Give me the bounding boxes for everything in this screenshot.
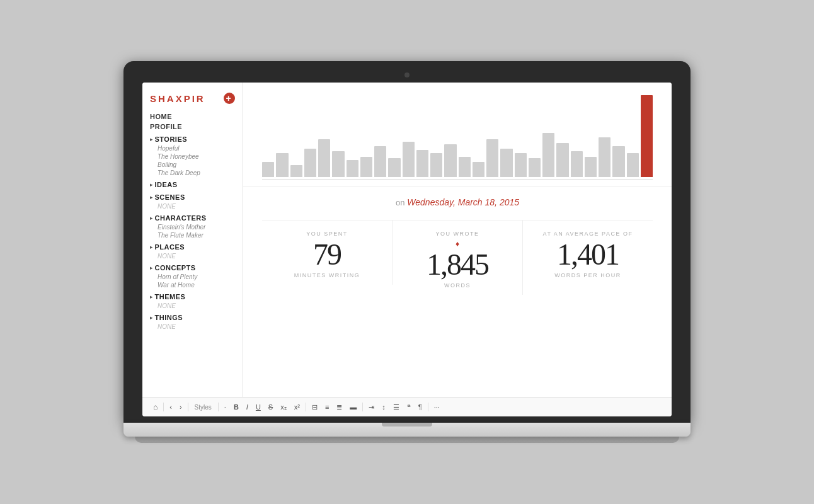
chart-bar-10[interactable] (403, 142, 415, 177)
stats-grid: YOU SPENT 79 MINUTES WRITING YOU WROTE ♦… (262, 220, 653, 295)
places-none: NONE (150, 252, 235, 260)
stat-minutes-unit: MINUTES WRITING (268, 272, 386, 278)
nav-boiling[interactable]: Boiling (150, 161, 235, 169)
nav-themes[interactable]: ▸ THEMES (150, 292, 235, 302)
nav-concepts[interactable]: ▸ CONCEPTS (150, 263, 235, 273)
list-button[interactable]: ☰ (391, 402, 401, 413)
chart-bar-12[interactable] (430, 153, 442, 177)
chart-bar-22[interactable] (571, 151, 583, 177)
chart-bar-16[interactable] (486, 139, 498, 177)
nav-profile[interactable]: PROFILE (150, 122, 235, 132)
nav-flute-maker[interactable]: The Flute Maker (150, 231, 235, 239)
stat-minutes: YOU SPENT 79 MINUTES WRITING (262, 220, 393, 285)
nav-places[interactable]: ▸ PLACES (150, 242, 235, 252)
ideas-arrow: ▸ (150, 182, 153, 188)
chart-bar-13[interactable] (444, 144, 456, 177)
stat-pace-label: AT AN AVERAGE PACE OF (529, 231, 646, 237)
laptop: SHAXPIR + HOME PROFILE ▸ STORIES Hopeful… (123, 61, 691, 443)
nav-characters[interactable]: ▸ CHARACTERS (150, 213, 235, 223)
stats-date: on Wednesday, March 18, 2015 (262, 197, 653, 207)
paragraph-button[interactable]: ¶ (416, 402, 424, 412)
quote-button[interactable]: ❝ (405, 402, 413, 413)
align-right-button[interactable]: ▬ (348, 402, 358, 412)
chart-bar-20[interactable] (542, 133, 554, 177)
italic-button[interactable]: I (244, 402, 250, 412)
chart-bar-24[interactable] (599, 137, 610, 177)
sidebar-logo: SHAXPIR + (150, 93, 235, 104)
chart-bar-11[interactable] (416, 150, 428, 177)
strikethrough-button[interactable]: S (267, 402, 275, 412)
add-button[interactable]: + (224, 93, 235, 104)
camera (404, 72, 410, 77)
nav-hopeful[interactable]: Hopeful (150, 144, 235, 152)
chart-bar-21[interactable] (556, 143, 568, 177)
chart-bar-6[interactable] (347, 160, 358, 177)
chart-bar-15[interactable] (473, 162, 484, 177)
toolbar-sep-1 (163, 403, 164, 411)
stat-pace: AT AN AVERAGE PACE OF 1,401 WORDS PER HO… (523, 220, 653, 285)
underline-button[interactable]: U (254, 402, 263, 412)
bold-button[interactable]: B (232, 402, 241, 412)
chart-bar-17[interactable] (500, 149, 512, 178)
nav-war-at-home[interactable]: War at Home (150, 281, 235, 289)
more-button[interactable]: ··· (432, 402, 442, 412)
home-icon[interactable]: ⌂ (151, 401, 159, 413)
align-center-button[interactable]: ≣ (335, 402, 344, 413)
nav-horn-of-plenty[interactable]: Horn of Plenty (150, 273, 235, 281)
chart-bar-1[interactable] (276, 153, 288, 177)
chart-bar-7[interactable] (360, 157, 372, 178)
characters-arrow: ▸ (150, 215, 153, 221)
app-body: SHAXPIR + HOME PROFILE ▸ STORIES Hopeful… (142, 83, 672, 397)
line-height-button[interactable]: ↕ (380, 402, 387, 412)
toolbar: ⌂ ‹ › Styles · B I U S x₂ x² ⊟ ≡ ≣ ▬ (142, 397, 672, 416)
nav-einsteins-mother[interactable]: Einstein's Mother (150, 223, 235, 231)
chart-bar-0[interactable] (262, 162, 274, 177)
themes-none: NONE (150, 302, 235, 310)
chart-bar-23[interactable] (585, 157, 597, 178)
stat-minutes-label: YOU SPENT (268, 231, 386, 237)
concepts-arrow: ▸ (150, 265, 153, 271)
chart-bar-19[interactable] (529, 158, 541, 177)
scenes-arrow: ▸ (150, 195, 153, 200)
forward-button[interactable]: › (178, 402, 184, 412)
nav-things[interactable]: ▸ THINGS (150, 312, 235, 323)
indent-left-button[interactable]: ⊟ (310, 402, 319, 413)
screen: SHAXPIR + HOME PROFILE ▸ STORIES Hopeful… (142, 83, 672, 416)
chart-bar-26[interactable] (627, 153, 639, 177)
nav-dark-deep[interactable]: The Dark Deep (150, 169, 235, 177)
back-button[interactable]: ‹ (168, 402, 174, 412)
chart-bar-5[interactable] (332, 151, 344, 177)
stats-area: on Wednesday, March 18, 2015 YOU SPENT 7… (243, 187, 672, 397)
laptop-base (123, 423, 691, 437)
chart-bar-3[interactable] (304, 149, 316, 178)
nav-ideas[interactable]: ▸ IDEAS (150, 180, 235, 190)
tab-button[interactable]: ⇥ (367, 402, 376, 413)
styles-dropdown[interactable]: Styles (192, 404, 214, 411)
nav-home[interactable]: HOME (150, 112, 235, 122)
superscript-button[interactable]: x² (292, 402, 302, 412)
chart-bar-4[interactable] (318, 139, 330, 177)
places-arrow: ▸ (150, 244, 153, 250)
chart-bar-14[interactable] (459, 157, 471, 178)
toolbar-sep-2 (188, 403, 188, 411)
chart-bar-8[interactable] (374, 146, 386, 177)
chart-bar-25[interactable] (612, 146, 624, 177)
main-content: ♦ on Wednesday, March 18, 2015 YOU SPENT (243, 83, 672, 397)
laptop-hinge (382, 423, 432, 427)
subscript-button[interactable]: x₂ (278, 402, 289, 413)
toolbar-sep-3 (218, 403, 219, 411)
nav-stories[interactable]: ▸ STORIES (150, 134, 235, 144)
chart-bar-9[interactable] (388, 158, 400, 177)
chart-bar-2[interactable] (290, 165, 302, 178)
chart-pin: ♦ (641, 95, 644, 102)
bar-chart: ♦ (262, 95, 653, 177)
toolbar-sep-6 (428, 403, 428, 411)
chart-bar-27[interactable] (641, 95, 653, 177)
nav-scenes[interactable]: ▸ SCENES (150, 192, 235, 202)
chart-bar-18[interactable] (515, 153, 527, 177)
nav-honeybee[interactable]: The Honeybee (150, 152, 235, 161)
themes-arrow: ▸ (150, 294, 153, 300)
align-left-button[interactable]: ≡ (323, 402, 331, 412)
toolbar-sep-dot: · (222, 402, 228, 412)
toolbar-sep-5 (362, 403, 363, 411)
